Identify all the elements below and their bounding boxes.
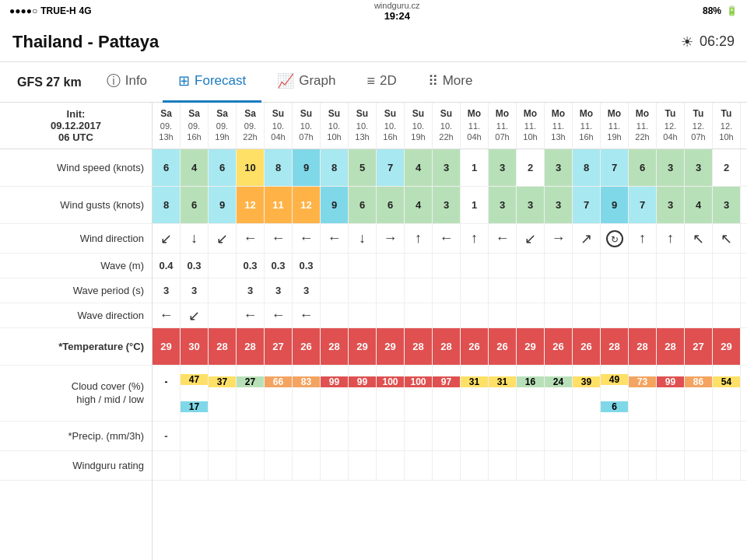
data-cell: 1 [461,149,489,186]
data-cell: 3 [545,149,573,186]
data-cell: 3 [237,278,265,303]
date-column-header: Tu12.07h [685,103,713,149]
data-cell [461,451,489,480]
status-bar: ●●●●○ TRUE-H 4G windguru.cz 19:24 88% 🔋 [0,0,747,22]
data-cell: 3 [433,187,461,223]
data-scroll-area[interactable]: Sa09.13hSa09.16hSa09.19hSa09.22hSu10.04h… [153,103,747,560]
data-cell [461,254,489,278]
date-column-header: Su10.13h [349,103,377,149]
data-cell [713,303,741,327]
data-cell: ← [293,224,321,253]
data-cell [153,451,181,480]
label-rating: Windguru rating [0,451,152,481]
label-wave-direction: Wave direction [0,303,152,328]
data-cell: ↗ [573,224,601,253]
data-cell: 4 [405,149,433,186]
data-cell [573,278,601,303]
data-cell: 9 [293,149,321,186]
tab-info[interactable]: ⓘ Info [91,62,163,103]
status-right: 88% 🔋 [703,5,738,16]
cloud-cover-cell: 99 [321,366,349,421]
data-cell [349,278,377,303]
data-cell [545,303,573,327]
data-cell: ↙ [153,224,181,253]
data-cell: 7 [629,187,657,223]
data-row: - [153,422,747,451]
data-cell [713,451,741,480]
data-cell: 3 [657,149,685,186]
data-cell [433,422,461,450]
data-cell: ↻ [601,224,629,253]
data-cell [601,254,629,278]
data-cell: - [153,422,181,450]
data-cell: 3 [489,187,517,223]
data-cell [237,451,265,480]
data-cell: 0.4 [153,254,181,278]
data-cell: ← [293,303,321,327]
cloud-cover-cell: 27 [237,366,265,421]
data-cell: 7 [601,149,629,186]
tab-graph[interactable]: 📈 Graph [261,62,351,103]
data-cell: 3 [713,187,741,223]
status-left: ●●●●○ TRUE-H 4G [9,5,92,16]
data-cell [489,278,517,303]
cloud-cover-cell: 100 [377,366,405,421]
tab-graph-label: Graph [299,73,335,89]
date-column-header: Mo11.07h [489,103,517,149]
data-cell [433,451,461,480]
data-cell [349,451,377,480]
data-cell [461,303,489,327]
data-cell [545,278,573,303]
data-cell [629,422,657,450]
data-cell [601,278,629,303]
tab-2d[interactable]: ≡ 2D [351,62,412,103]
data-cell: 9 [601,187,629,223]
data-cell: 1 [461,187,489,223]
cloud-cover-cell: 99 [349,366,377,421]
data-cell [293,451,321,480]
label-precip: *Precip. (mm/3h) [0,422,152,451]
date-column-header: Sa09.19h [209,103,237,149]
data-row: 0.40.30.30.30.3 [153,254,747,278]
data-cell [433,303,461,327]
data-cell: ← [433,224,461,253]
data-cell [377,278,405,303]
data-cell: 30 [181,328,209,365]
data-cell: 2 [713,149,741,186]
data-cell: 29 [713,328,741,365]
data-cell: 11 [265,187,293,223]
data-cell [489,422,517,450]
data-cell [657,254,685,278]
data-cell [685,451,713,480]
cloud-cover-cell: 83 [293,366,321,421]
label-wind-speed: Wind speed (knots) [0,149,152,187]
data-cell: 0.3 [265,254,293,278]
data-cell: 7 [377,149,405,186]
info-icon: ⓘ [107,72,121,90]
data-cell [713,278,741,303]
data-cell [321,254,349,278]
data-cell [517,303,545,327]
label-wind-direction: Wind direction [0,224,152,254]
data-row: ↙↓↙←←←←↓→↑←↑←↙→↗↻↑↑↖↖ [153,224,747,254]
tab-more[interactable]: ⠿ More [412,62,489,103]
cloud-cover-cell: 24 [545,366,573,421]
tab-info-label: Info [125,73,147,89]
data-cell: 28 [237,328,265,365]
data-cell: ↓ [349,224,377,253]
more-icon: ⠿ [428,72,438,89]
tab-forecast[interactable]: ⊞ Forecast [163,62,261,103]
data-cell [517,254,545,278]
data-cell [657,278,685,303]
data-row: 869121112966431333797343 [153,187,747,224]
data-cell [685,422,713,450]
data-cell [601,303,629,327]
date-column-header: Su10.22h [433,103,461,149]
label-wave: Wave (m) [0,254,152,278]
label-temperature: *Temperature (°C) [0,328,152,366]
data-cell: 29 [349,328,377,365]
data-cell [209,254,237,278]
data-cell [265,422,293,450]
data-cell: 0.3 [181,254,209,278]
cloud-cover-cell: 37 [209,366,237,421]
